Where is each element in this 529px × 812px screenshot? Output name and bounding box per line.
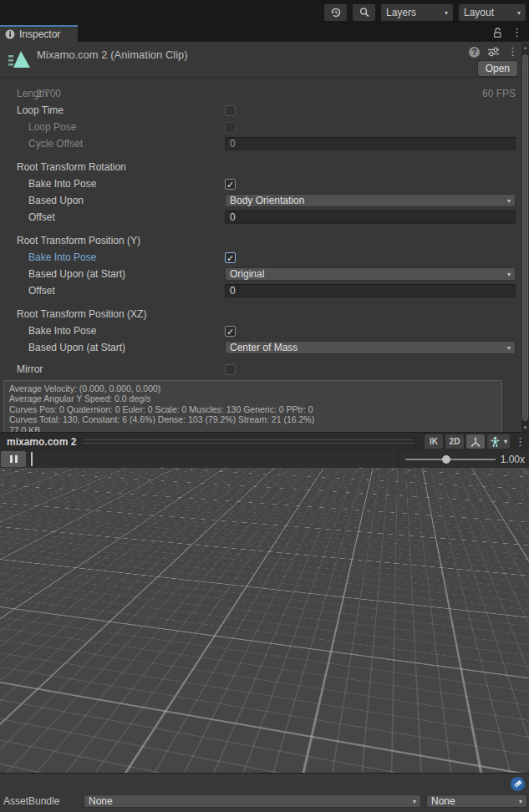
posy-offset-field[interactable]: 0 <box>225 284 516 297</box>
check-icon: ✓ <box>226 253 235 263</box>
posxz-based-row: Based Upon (at Start) Center of Mass▾ <box>0 339 516 356</box>
slider-knob[interactable] <box>442 455 450 464</box>
chevron-down-icon: ▾ <box>517 9 521 17</box>
history-button[interactable] <box>324 4 347 21</box>
history-icon <box>329 6 343 19</box>
tab-strip-icons: ⋮ <box>492 27 522 38</box>
tab-inspector[interactable]: Inspector <box>0 25 78 42</box>
preview-header: mixamo.com 2 IK 2D ▾ ⋮ <box>0 432 529 450</box>
posy-bake-checkbox[interactable]: ✓ <box>225 252 236 263</box>
header-kebab-icon[interactable]: ⋮ <box>507 46 518 58</box>
rot-based-label: Based Upon <box>0 195 225 206</box>
presets-icon[interactable] <box>487 46 500 58</box>
layout-dropdown[interactable]: Layout ▾ <box>459 4 526 21</box>
scrollbar-thumb[interactable] <box>522 54 528 421</box>
rot-based-dropdown[interactable]: Body Orientation▾ <box>225 194 516 207</box>
root-direction-arrow <box>238 678 274 708</box>
help-icon[interactable]: ? <box>469 47 480 58</box>
tab-inspector-label: Inspector <box>19 28 60 40</box>
rot-offset-field[interactable]: 0 <box>225 211 516 224</box>
rot-bake-checkbox[interactable]: ✓ <box>225 179 236 190</box>
chevron-down-icon: ▾ <box>519 798 522 805</box>
posy-bake-label: Bake Into Pose <box>0 251 225 263</box>
inspector-header: Mixamo.com 2 (Animation Clip) ? ⋮ Open <box>0 42 529 78</box>
playback-speed-value: 1.00x <box>496 454 529 465</box>
clip-title: Mixamo.com 2 (Animation Clip) <box>37 48 188 61</box>
search-icon <box>358 6 371 19</box>
pivot-button[interactable] <box>466 434 485 449</box>
posy-offset-label: Offset <box>0 285 225 297</box>
chevron-down-icon: ▾ <box>504 438 507 445</box>
root-rotation-header: Root Transform Rotation <box>0 161 225 173</box>
stats-curves-breakdown: Curves Pos: 0 Quaternion: 0 Euler: 0 Sca… <box>9 404 496 414</box>
preview-clip-name: mixamo.com 2 <box>7 436 76 448</box>
footer-bar <box>0 773 529 794</box>
chevron-down-icon: ▾ <box>507 271 511 278</box>
open-button[interactable]: Open <box>478 61 517 76</box>
rot-bake-row: Bake Into Pose ✓ <box>0 175 516 192</box>
info-icon <box>5 29 15 39</box>
root-position-y-header: Root Transform Position (Y) <box>0 235 225 246</box>
mirror-row: Mirror <box>0 361 516 378</box>
layout-label: Layout <box>464 7 494 18</box>
timeline-playhead[interactable] <box>31 452 33 466</box>
preview-kebab-icon[interactable]: ⋮ <box>515 436 526 448</box>
pivot-axis-icon <box>470 436 481 448</box>
loop-time-checkbox[interactable] <box>225 105 236 116</box>
main-toolbar: Layers ▾ Layout ▾ <box>0 0 529 25</box>
pause-button[interactable] <box>1 451 26 467</box>
asset-labels-icon[interactable] <box>511 777 525 791</box>
posy-based-label: Based Upon (at Start) <box>0 268 225 280</box>
2d-toggle-button[interactable]: 2D <box>445 434 464 449</box>
assetbundle-variant-dropdown[interactable]: None ▾ <box>426 794 527 808</box>
length-label: Length <box>0 88 36 99</box>
playback-bar: 1.00x <box>0 450 529 468</box>
preview-drag-handle[interactable] <box>84 439 414 444</box>
posxz-bake-row: Bake Into Pose ✓ <box>0 322 516 339</box>
loop-time-label: Loop Time <box>0 104 225 116</box>
tab-menu-kebab-icon[interactable]: ⋮ <box>511 27 522 38</box>
scroll-down-icon[interactable]: ▼ <box>521 425 529 430</box>
posxz-bake-label: Bake Into Pose <box>0 325 225 337</box>
posxz-based-label: Based Upon (at Start) <box>0 342 225 353</box>
ik-toggle-button[interactable]: IK <box>425 434 443 449</box>
avatar-icon <box>490 436 501 448</box>
check-icon: ✓ <box>226 180 235 190</box>
chevron-down-icon: ▾ <box>445 9 448 17</box>
posxz-bake-checkbox[interactable]: ✓ <box>225 326 236 337</box>
unlock-icon[interactable] <box>492 27 503 38</box>
posy-bake-row: Bake Into Pose ✓ <box>0 249 516 266</box>
root-position-y-header-row: Root Transform Position (Y) <box>0 232 516 249</box>
playback-speed-slider[interactable] <box>405 455 496 464</box>
chevron-down-icon: ▾ <box>507 344 511 352</box>
search-button[interactable] <box>353 4 375 21</box>
stats-size: 77.0 KB <box>9 425 496 432</box>
animation-preview-viewport[interactable]: 0:02 (001.5%) Frame 2 <box>0 468 529 773</box>
posy-offset-row: Offset 0 <box>0 282 516 299</box>
check-icon: ✓ <box>226 327 235 337</box>
rot-offset-label: Offset <box>0 211 225 223</box>
layers-label: Layers <box>386 7 416 18</box>
posxz-based-dropdown[interactable]: Center of Mass▾ <box>225 341 516 354</box>
frame-info-text: 0:02 (001.5%) Frame 2 <box>0 755 529 767</box>
inspector-scrollbar[interactable]: ▲ ▼ <box>521 43 529 432</box>
speed-control: 1.00x <box>398 450 529 468</box>
pause-icon <box>10 455 13 463</box>
loop-pose-row: Loop Pose <box>0 119 516 135</box>
stats-curves-total: Curves Total: 130, Constant: 6 (4.6%) De… <box>9 414 496 424</box>
length-row: Length 2.700 60 FPS <box>0 85 516 102</box>
scroll-up-icon[interactable]: ▲ <box>521 45 529 50</box>
rot-offset-row: Offset 0 <box>0 209 516 226</box>
unity-inspector-window: Layers ▾ Layout ▾ Inspector ⋮ <box>0 0 529 812</box>
chevron-down-icon: ▾ <box>413 798 416 805</box>
mirror-checkbox[interactable] <box>225 364 236 375</box>
character-model <box>191 505 358 738</box>
cycle-offset-label: Cycle Offset <box>0 138 225 150</box>
stats-avg-angular-speed: Average Angular Y Speed: 0.0 deg/s <box>9 393 496 403</box>
layers-dropdown[interactable]: Layers ▾ <box>381 4 453 21</box>
stats-avg-velocity: Average Velocity: (0.000, 0.000, 0.000) <box>9 383 496 393</box>
assetbundle-dropdown[interactable]: None ▾ <box>84 794 421 808</box>
root-forward-triangle <box>267 708 281 718</box>
avatar-selector-button[interactable]: ▾ <box>487 434 510 449</box>
posy-based-dropdown[interactable]: Original▾ <box>225 267 516 281</box>
